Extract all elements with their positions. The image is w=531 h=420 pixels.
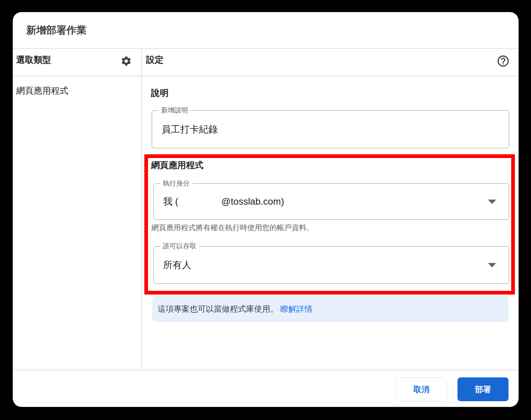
settings-gear-icon [120,55,132,67]
panel-divider [141,49,142,370]
screen-background: { "dialog": { "title": "新增部署作業", "left_p… [0,0,531,420]
access-select[interactable]: 誰可以存取 所有人 [153,246,509,284]
dialog-title: 新增部署作業 [26,23,87,37]
redacted-email-gap [178,202,221,202]
settings-header: 設定 [146,54,163,66]
deploy-button[interactable]: 部署 [457,377,509,401]
learn-more-link[interactable]: 瞭解詳情 [280,304,312,314]
footer-divider [13,370,519,370]
library-info-text: 這項專案也可以當做程式庫使用。 [157,304,278,314]
cancel-button[interactable]: 取消 [396,377,447,401]
library-info-banner: 這項專案也可以當做程式庫使用。 瞭解詳情 [152,296,509,322]
execute-as-helper-text: 網頁應用程式將有權在執行時使用您的帳戶資料。 [151,223,314,233]
help-circle-icon [496,54,510,68]
type-list-item-web-app[interactable]: 網頁應用程式 [16,85,68,97]
access-label: 誰可以存取 [160,242,199,250]
webapp-section-heading: 網頁應用程式 [151,160,203,171]
help-button[interactable] [496,54,510,68]
description-heading: 說明 [151,88,168,99]
chevron-down-icon [488,263,496,267]
description-input-label: 新增說明 [159,106,190,114]
execute-as-value: 我 (@tosslab.com) [154,195,284,208]
select-type-header: 選取類型 [16,54,51,66]
execute-as-select[interactable]: 執行身分 我 (@tosslab.com) [153,183,509,220]
subheader-divider [13,75,519,76]
new-deployment-dialog: 新增部署作業 選取類型 設定 網頁應用程式 說明 新增說明 員工打卡紀錄 網頁應… [13,12,519,407]
execute-as-value-suffix: @tosslab.com) [221,196,284,207]
execute-as-value-prefix: 我 ( [163,195,178,208]
description-input-value: 員工打卡紀錄 [152,123,218,136]
execute-as-label: 執行身分 [160,179,192,187]
access-value: 所有人 [154,259,191,271]
chevron-down-icon [488,200,496,204]
description-input[interactable]: 新增說明 員工打卡紀錄 [152,110,509,148]
header-divider [13,48,519,49]
deployment-settings-button[interactable] [120,55,132,67]
